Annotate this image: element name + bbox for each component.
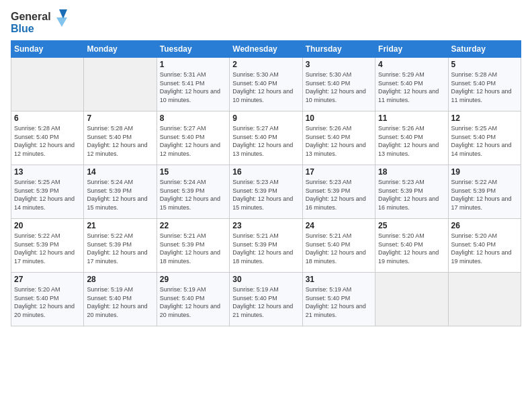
day-number: 8 <box>160 113 226 123</box>
day-cell <box>375 273 448 326</box>
day-number: 20 <box>14 221 81 230</box>
day-cell: 22Sunrise: 5:21 AM Sunset: 5:39 PM Dayli… <box>157 219 229 273</box>
day-cell: 3Sunrise: 5:30 AM Sunset: 5:40 PM Daylig… <box>302 58 375 111</box>
day-number: 16 <box>232 167 299 177</box>
day-number: 12 <box>451 113 518 123</box>
day-number: 9 <box>232 113 299 123</box>
week-row-1: 1Sunrise: 5:31 AM Sunset: 5:41 PM Daylig… <box>11 58 521 111</box>
logo: GeneralBlue <box>11 8 71 35</box>
day-info: Sunrise: 5:19 AM Sunset: 5:40 PM Dayligh… <box>87 285 153 319</box>
day-number: 15 <box>160 167 226 177</box>
day-info: Sunrise: 5:30 AM Sunset: 5:40 PM Dayligh… <box>306 71 372 104</box>
day-number: 18 <box>378 167 445 177</box>
week-row-4: 20Sunrise: 5:22 AM Sunset: 5:39 PM Dayli… <box>11 219 521 273</box>
week-row-3: 13Sunrise: 5:25 AM Sunset: 5:39 PM Dayli… <box>11 165 521 219</box>
logo-svg: GeneralBlue <box>11 8 71 35</box>
day-number: 21 <box>87 221 153 230</box>
day-info: Sunrise: 5:20 AM Sunset: 5:40 PM Dayligh… <box>378 232 445 265</box>
header-monday: Monday <box>84 41 157 58</box>
day-number: 17 <box>306 167 372 177</box>
day-info: Sunrise: 5:22 AM Sunset: 5:39 PM Dayligh… <box>87 232 153 265</box>
day-cell <box>11 58 84 111</box>
day-number: 24 <box>306 221 372 230</box>
day-cell: 6Sunrise: 5:28 AM Sunset: 5:40 PM Daylig… <box>11 111 84 165</box>
day-number: 31 <box>306 275 372 284</box>
header: GeneralBlue <box>11 8 521 35</box>
day-number: 30 <box>232 275 299 284</box>
day-cell: 19Sunrise: 5:22 AM Sunset: 5:39 PM Dayli… <box>448 165 521 219</box>
day-cell: 9Sunrise: 5:27 AM Sunset: 5:40 PM Daylig… <box>230 111 302 165</box>
day-info: Sunrise: 5:24 AM Sunset: 5:39 PM Dayligh… <box>87 178 153 212</box>
day-info: Sunrise: 5:29 AM Sunset: 5:40 PM Dayligh… <box>378 71 445 104</box>
day-info: Sunrise: 5:21 AM Sunset: 5:40 PM Dayligh… <box>306 232 372 265</box>
day-cell: 1Sunrise: 5:31 AM Sunset: 5:41 PM Daylig… <box>157 58 229 111</box>
day-info: Sunrise: 5:22 AM Sunset: 5:39 PM Dayligh… <box>14 232 81 265</box>
header-wednesday: Wednesday <box>230 41 302 58</box>
svg-marker-3 <box>56 17 67 27</box>
header-thursday: Thursday <box>302 41 375 58</box>
day-info: Sunrise: 5:26 AM Sunset: 5:40 PM Dayligh… <box>306 124 372 158</box>
day-cell: 12Sunrise: 5:25 AM Sunset: 5:40 PM Dayli… <box>448 111 521 165</box>
day-cell: 21Sunrise: 5:22 AM Sunset: 5:39 PM Dayli… <box>84 219 157 273</box>
page: GeneralBlue SundayMondayTuesdayWednesday… <box>0 0 532 411</box>
header-friday: Friday <box>375 41 448 58</box>
day-info: Sunrise: 5:23 AM Sunset: 5:39 PM Dayligh… <box>378 178 445 212</box>
day-info: Sunrise: 5:23 AM Sunset: 5:39 PM Dayligh… <box>232 178 299 212</box>
day-number: 29 <box>160 275 226 284</box>
week-row-5: 27Sunrise: 5:20 AM Sunset: 5:40 PM Dayli… <box>11 273 521 326</box>
day-cell: 16Sunrise: 5:23 AM Sunset: 5:39 PM Dayli… <box>230 165 302 219</box>
day-number: 5 <box>451 60 518 69</box>
calendar-header-row: SundayMondayTuesdayWednesdayThursdayFrid… <box>11 41 521 58</box>
day-info: Sunrise: 5:23 AM Sunset: 5:39 PM Dayligh… <box>306 178 372 212</box>
day-cell: 5Sunrise: 5:28 AM Sunset: 5:40 PM Daylig… <box>448 58 521 111</box>
header-tuesday: Tuesday <box>157 41 229 58</box>
day-number: 14 <box>87 167 153 177</box>
day-cell: 25Sunrise: 5:20 AM Sunset: 5:40 PM Dayli… <box>375 219 448 273</box>
calendar: SundayMondayTuesdayWednesdayThursdayFrid… <box>11 40 521 326</box>
day-cell: 7Sunrise: 5:28 AM Sunset: 5:40 PM Daylig… <box>84 111 157 165</box>
day-number: 4 <box>378 60 445 69</box>
day-info: Sunrise: 5:20 AM Sunset: 5:40 PM Dayligh… <box>14 285 81 319</box>
header-sunday: Sunday <box>11 41 84 58</box>
day-number: 1 <box>160 60 226 69</box>
day-info: Sunrise: 5:27 AM Sunset: 5:40 PM Dayligh… <box>160 124 226 158</box>
day-info: Sunrise: 5:28 AM Sunset: 5:40 PM Dayligh… <box>14 124 81 158</box>
day-cell: 15Sunrise: 5:24 AM Sunset: 5:39 PM Dayli… <box>157 165 229 219</box>
day-info: Sunrise: 5:24 AM Sunset: 5:39 PM Dayligh… <box>160 178 226 212</box>
day-info: Sunrise: 5:28 AM Sunset: 5:40 PM Dayligh… <box>451 71 518 104</box>
day-cell: 23Sunrise: 5:21 AM Sunset: 5:39 PM Dayli… <box>230 219 302 273</box>
day-number: 23 <box>232 221 299 230</box>
week-row-2: 6Sunrise: 5:28 AM Sunset: 5:40 PM Daylig… <box>11 111 521 165</box>
day-cell <box>84 58 157 111</box>
day-info: Sunrise: 5:31 AM Sunset: 5:41 PM Dayligh… <box>160 71 226 104</box>
header-saturday: Saturday <box>448 41 521 58</box>
day-info: Sunrise: 5:21 AM Sunset: 5:39 PM Dayligh… <box>232 232 299 265</box>
svg-marker-2 <box>59 9 67 19</box>
day-info: Sunrise: 5:19 AM Sunset: 5:40 PM Dayligh… <box>160 285 226 319</box>
day-cell: 17Sunrise: 5:23 AM Sunset: 5:39 PM Dayli… <box>302 165 375 219</box>
svg-text:Blue: Blue <box>11 23 34 34</box>
day-cell: 26Sunrise: 5:20 AM Sunset: 5:40 PM Dayli… <box>448 219 521 273</box>
day-number: 22 <box>160 221 226 230</box>
day-info: Sunrise: 5:27 AM Sunset: 5:40 PM Dayligh… <box>232 124 299 158</box>
day-info: Sunrise: 5:19 AM Sunset: 5:40 PM Dayligh… <box>232 285 299 319</box>
svg-text:General: General <box>11 11 51 22</box>
day-cell: 29Sunrise: 5:19 AM Sunset: 5:40 PM Dayli… <box>157 273 229 326</box>
day-number: 10 <box>306 113 372 123</box>
day-info: Sunrise: 5:25 AM Sunset: 5:40 PM Dayligh… <box>451 124 518 158</box>
day-number: 25 <box>378 221 445 230</box>
day-cell: 10Sunrise: 5:26 AM Sunset: 5:40 PM Dayli… <box>302 111 375 165</box>
day-info: Sunrise: 5:20 AM Sunset: 5:40 PM Dayligh… <box>451 232 518 265</box>
day-cell: 4Sunrise: 5:29 AM Sunset: 5:40 PM Daylig… <box>375 58 448 111</box>
day-number: 11 <box>378 113 445 123</box>
day-cell: 11Sunrise: 5:26 AM Sunset: 5:40 PM Dayli… <box>375 111 448 165</box>
day-cell: 27Sunrise: 5:20 AM Sunset: 5:40 PM Dayli… <box>11 273 84 326</box>
day-number: 27 <box>14 275 81 284</box>
day-number: 26 <box>451 221 518 230</box>
day-cell <box>448 273 521 326</box>
day-cell: 14Sunrise: 5:24 AM Sunset: 5:39 PM Dayli… <box>84 165 157 219</box>
day-cell: 13Sunrise: 5:25 AM Sunset: 5:39 PM Dayli… <box>11 165 84 219</box>
day-number: 6 <box>14 113 81 123</box>
day-info: Sunrise: 5:19 AM Sunset: 5:40 PM Dayligh… <box>306 285 372 319</box>
day-cell: 18Sunrise: 5:23 AM Sunset: 5:39 PM Dayli… <box>375 165 448 219</box>
